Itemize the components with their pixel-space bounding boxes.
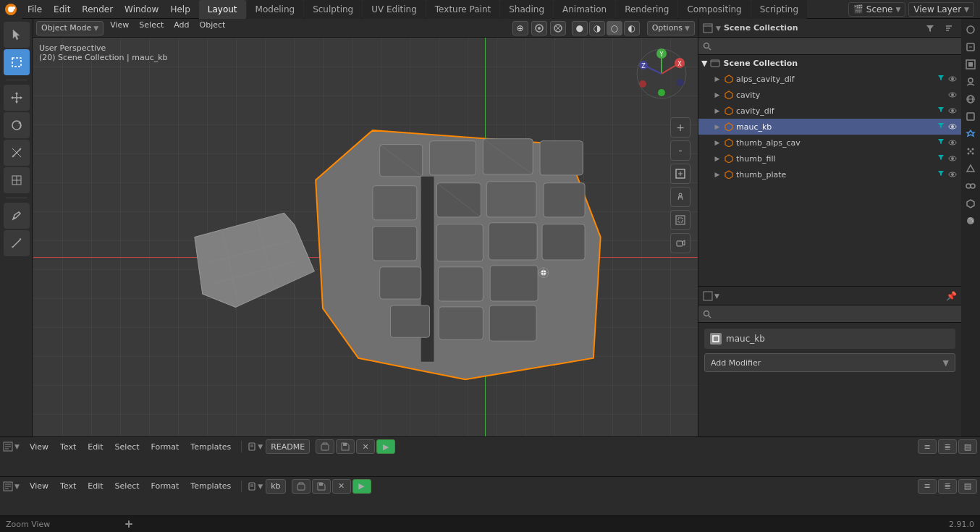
props-particles-icon[interactable] [963, 143, 979, 159]
menu-help[interactable]: Help [164, 0, 195, 19]
scene-selector[interactable]: 🎬 Scene ▼ [848, 2, 906, 17]
props-data-icon[interactable] [963, 195, 979, 211]
text-editor-1-edit[interactable]: Edit [83, 439, 107, 455]
tab-modeling[interactable]: Modeling [247, 0, 304, 19]
tab-shading[interactable]: Shading [500, 0, 553, 19]
nav-gizmo[interactable]: Y X Z [633, 45, 690, 103]
visibility-icon-3[interactable] [947, 121, 958, 132]
walk-navigate-btn[interactable] [670, 187, 690, 207]
text-editor-2-edit[interactable]: Edit [83, 478, 107, 494]
viewport-menu-select[interactable]: Select [135, 20, 167, 36]
viewport-canvas[interactable]: User Perspective (20) Scene Collection |… [33, 38, 698, 436]
tab-animation[interactable]: Animation [554, 0, 615, 19]
viewport-menu-object[interactable]: Object [196, 20, 229, 36]
menu-window[interactable]: Window [119, 0, 164, 19]
solid-shading-btn[interactable]: ● [572, 21, 588, 35]
text-editor-1-text[interactable]: Text [56, 439, 80, 455]
measure-tool[interactable] [4, 230, 30, 256]
text-editor-2-templates[interactable]: Templates [186, 478, 235, 494]
item-arrow-3[interactable]: ▶ [713, 122, 722, 131]
tab-rendering[interactable]: Rendering [616, 0, 677, 19]
visibility-icon-4[interactable] [947, 137, 958, 148]
properties-pin-btn[interactable]: 📌 [946, 291, 957, 301]
move-tool[interactable] [4, 85, 30, 111]
zoom-out-btn[interactable]: - [670, 140, 690, 161]
props-view-icon[interactable] [963, 56, 979, 72]
visibility-icon-5[interactable] [947, 153, 958, 164]
text-editor-2-type[interactable]: ▼ [3, 481, 20, 491]
tab-compositing[interactable]: Compositing [678, 0, 750, 19]
text-editor-2-run-btn[interactable]: ▶ [352, 479, 371, 494]
item-arrow-4[interactable]: ▶ [713, 138, 722, 147]
text-editor-1-file-selector[interactable]: ▼ [248, 442, 263, 451]
cursor-tool[interactable] [4, 22, 30, 48]
text-editor-2-save-btn[interactable] [312, 479, 331, 494]
add-modifier-button[interactable]: Add Modifier ▼ [704, 353, 955, 372]
format-btn-2c[interactable]: ▤ [958, 479, 977, 494]
props-material-icon[interactable] [963, 213, 979, 229]
text-editor-2-close-btn[interactable]: ✕ [332, 479, 351, 494]
text-editor-1-close-btn[interactable]: ✕ [356, 439, 375, 454]
tab-scripting[interactable]: Scripting [751, 0, 807, 19]
viewport-xray-toggle[interactable] [550, 21, 566, 35]
format-btn-2a[interactable]: ≡ [918, 479, 937, 494]
outliner-mode-selector[interactable]: ▼ [703, 23, 721, 33]
text-editor-2-text[interactable]: Text [56, 478, 80, 494]
format-btn-2b[interactable]: ≣ [938, 479, 957, 494]
blender-logo[interactable] [0, 0, 22, 19]
props-constraints-icon[interactable] [963, 178, 979, 194]
text-editor-1-run-btn[interactable]: ▶ [376, 439, 395, 454]
menu-edit[interactable]: Edit [48, 0, 76, 19]
rotate-tool[interactable] [4, 112, 30, 138]
outliner-item-thumb-alps-cav[interactable]: ▶ thumb_alps_cav [698, 135, 961, 151]
outliner-item-cavity-dif[interactable]: ▶ cavity_dif [698, 103, 961, 119]
tab-texture-paint[interactable]: Texture Paint [426, 0, 499, 19]
props-scene-icon[interactable] [963, 74, 979, 90]
item-arrow-6[interactable]: ▶ [713, 170, 722, 179]
props-output-icon[interactable] [963, 39, 979, 55]
outliner-sort-btn[interactable] [941, 21, 957, 35]
text-editor-2-format[interactable]: Format [147, 478, 184, 494]
properties-search-input[interactable] [714, 310, 957, 318]
scale-tool[interactable] [4, 140, 30, 166]
item-arrow-0[interactable]: ▶ [713, 75, 722, 83]
item-arrow-2[interactable]: ▶ [713, 106, 722, 115]
visibility-icon-6[interactable] [947, 169, 958, 180]
menu-render[interactable]: Render [76, 0, 119, 19]
eevee-shading-btn[interactable]: ◐ [624, 21, 640, 35]
zoom-in-btn[interactable]: + [670, 117, 690, 138]
text-editor-1-templates[interactable]: Templates [186, 439, 235, 455]
text-editor-2-open-btn[interactable] [292, 479, 311, 494]
text-editor-2-view[interactable]: View [25, 478, 53, 494]
outliner-item-cavity[interactable]: ▶ cavity [698, 87, 961, 103]
select-tool[interactable] [4, 49, 30, 75]
viewport-menu-add[interactable]: Add [170, 20, 193, 36]
tab-uv-editing[interactable]: UV Editing [363, 0, 426, 19]
visibility-icon-1[interactable] [947, 89, 958, 101]
annotate-tool[interactable] [4, 203, 30, 229]
visibility-icon-2[interactable] [947, 105, 958, 117]
tab-layout[interactable]: Layout [199, 0, 246, 19]
text-editor-1-select[interactable]: Select [111, 439, 144, 455]
item-arrow-1[interactable]: ▶ [713, 90, 722, 99]
outliner-item-alps-cavity-dif[interactable]: ▶ alps_cavity_dif [698, 71, 961, 87]
outliner-item-thumb-fill[interactable]: ▶ thumb_fill [698, 151, 961, 166]
viewport-menu-view[interactable]: View [106, 20, 132, 36]
item-arrow-5[interactable]: ▶ [713, 154, 722, 163]
render-region-btn[interactable] [670, 210, 690, 230]
text-editor-1-format[interactable]: Format [147, 439, 184, 455]
props-render-icon[interactable] [963, 22, 979, 38]
text-editor-1-type[interactable]: ▼ [3, 442, 20, 452]
scene-collection-root[interactable]: ▼ Scene Collection [698, 55, 961, 71]
material-shading-btn[interactable]: ◑ [589, 21, 605, 35]
outliner-search-input[interactable] [714, 42, 957, 51]
outliner-item-mauc-kb[interactable]: ▶ mauc_kb [698, 119, 961, 135]
format-btn-1c[interactable]: ▤ [958, 439, 977, 454]
outliner-item-thumb-plate[interactable]: ▶ thumb_plate [698, 166, 961, 182]
viewport-options-btn[interactable]: Options ▼ [647, 21, 695, 35]
text-editor-1-view[interactable]: View [25, 439, 53, 455]
props-physics-icon[interactable] [963, 161, 979, 177]
props-world-icon[interactable] [963, 91, 979, 107]
root-expand-arrow[interactable]: ▼ [701, 59, 707, 68]
outliner-filter-btn[interactable] [922, 21, 938, 35]
